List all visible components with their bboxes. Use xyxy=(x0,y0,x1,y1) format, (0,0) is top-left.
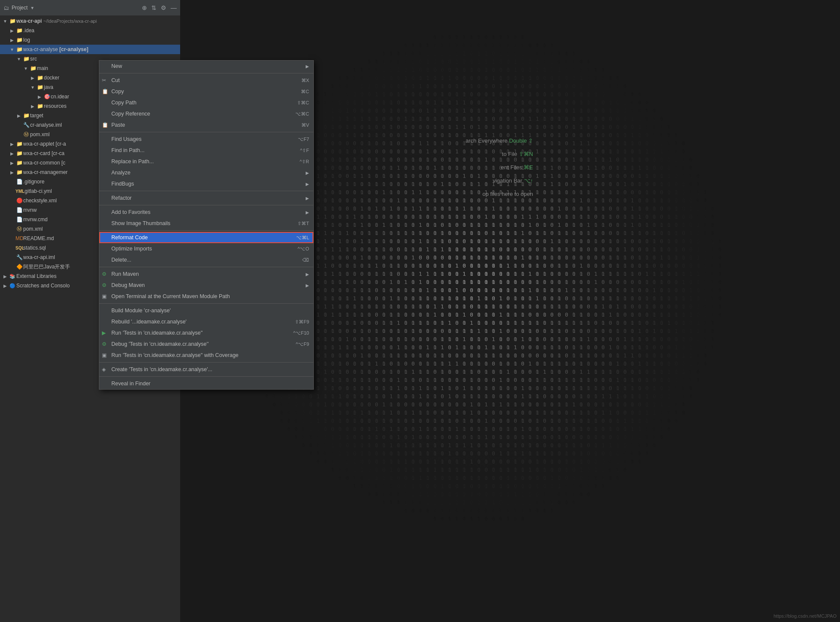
reformat-shortcut: ⌥⌘L xyxy=(288,235,309,241)
menu-item-copy-ref[interactable]: Copy Reference ⌥⌘C xyxy=(99,108,313,119)
tree-item-log[interactable]: ▶ 📁 log xyxy=(0,35,180,45)
locate-icon[interactable]: ⊕ xyxy=(142,4,147,11)
menu-item-create-tests[interactable]: ◈ Create 'Tests in 'cn.ideamake.cr.analy… xyxy=(99,364,313,375)
menu-item-refactor-label: Refactor xyxy=(111,195,306,201)
menu-item-build-module[interactable]: Build Module 'cr-analyse' xyxy=(99,305,313,316)
menu-item-cut[interactable]: ✂ Cut ⌘X xyxy=(99,75,313,86)
hint-file-label: to File xyxy=(502,151,519,157)
expand-arrow: ▼ xyxy=(2,19,9,24)
menu-item-optimize-imports[interactable]: Optimize Imports ^⌥O xyxy=(99,243,313,254)
run-maven-icon: ⚙ xyxy=(102,271,107,277)
folder-icon: 📁 xyxy=(36,84,44,90)
folder-icon: 📁 xyxy=(15,46,23,52)
menu-separator-8 xyxy=(99,362,313,363)
settings-icon[interactable]: ⚙ xyxy=(161,4,166,11)
menu-item-new[interactable]: New ▶ xyxy=(99,61,313,72)
menu-item-debug-tests[interactable]: ⚙ Debug 'Tests in 'cn.ideamake.cr.analys… xyxy=(99,338,313,350)
folder-icon: 🗂 xyxy=(3,5,9,11)
menu-item-replace-path[interactable]: Replace in Path... ^⇧R xyxy=(99,156,313,167)
tree-item-wxa-cr-api[interactable]: ▼ 📁 wxa-cr-api ~/IdeaProjects/wxa-cr-api xyxy=(0,16,180,26)
menu-item-reveal-finder-label: Reveal in Finder xyxy=(111,381,309,387)
find-path-shortcut: ^⇧F xyxy=(291,148,309,153)
menu-item-run-tests[interactable]: ▶ Run 'Tests in 'cn.ideamake.cr.analyse'… xyxy=(99,327,313,338)
cut-icon: ✂ xyxy=(102,77,106,83)
menu-item-debug-maven[interactable]: ⚙ Debug Maven ▶ xyxy=(99,280,313,291)
favorites-submenu-arrow: ▶ xyxy=(306,210,309,215)
folder-icon: 📁 xyxy=(36,103,44,109)
menu-item-paste-label: Paste xyxy=(111,122,293,128)
menu-item-refactor[interactable]: Refactor ▶ xyxy=(99,192,313,204)
expand-arrow: ▼ xyxy=(15,57,22,61)
menu-item-paste[interactable]: 📋 Paste ⌘V xyxy=(99,119,313,131)
refactor-submenu-arrow: ▶ xyxy=(306,196,309,201)
optimize-shortcut: ^⌥O xyxy=(289,246,309,252)
hint-drop-files: op files here to open xyxy=(327,191,542,197)
expand-arrow: ▶ xyxy=(9,28,15,33)
maven-icon: Ⓜ xyxy=(22,131,30,138)
cut-shortcut: ⌘X xyxy=(293,78,309,83)
menu-item-new-label: New xyxy=(111,63,306,69)
hints-panel: arch Everywhere Double ⇧ to File ⇧⌘N ent… xyxy=(327,0,542,204)
sql-icon: SQL xyxy=(15,246,23,250)
checkstyle-icon: 🔴 xyxy=(15,198,23,204)
menu-item-findbugs[interactable]: FindBugs ▶ xyxy=(99,178,313,189)
expand-arrow: ▶ xyxy=(2,274,9,279)
hint-search-label: arch Everywhere xyxy=(466,137,509,144)
menu-item-copy[interactable]: 📋 Copy ⌘C xyxy=(99,86,313,97)
folder-icon: 📁 xyxy=(15,37,23,43)
menu-item-run-tests-coverage-label: Run 'Tests in 'cn.ideamake.cr.analyse'' … xyxy=(111,352,309,358)
doc-icon: 🔶 xyxy=(15,264,23,270)
menu-item-open-terminal-label: Open Terminal at the Current Maven Modul… xyxy=(111,293,309,299)
menu-item-delete[interactable]: Delete... ⌫ xyxy=(99,254,313,265)
menu-item-show-images[interactable]: Show Image Thumbnails ⇧⌘T xyxy=(99,218,313,229)
submenu-arrow-icon: ▶ xyxy=(306,64,309,69)
folder-icon: 📁 xyxy=(15,160,23,166)
panel-title: Project xyxy=(12,5,28,11)
yml-icon: YML xyxy=(15,189,23,194)
menu-item-favorites[interactable]: Add to Favorites ▶ xyxy=(99,207,313,218)
expand-arrow: ▶ xyxy=(2,284,9,288)
run-maven-submenu-arrow: ▶ xyxy=(306,272,309,277)
run-tests-icon: ▶ xyxy=(102,330,106,336)
expand-arrow: ▶ xyxy=(9,170,15,175)
tree-item-idea[interactable]: ▶ 📁 .idea xyxy=(0,26,180,35)
menu-item-rebuild[interactable]: Rebuild '...ideamake.cr.analyse' ⇧⌘F9 xyxy=(99,316,313,327)
menu-item-findbugs-label: FindBugs xyxy=(111,181,306,187)
collapse-icon[interactable]: ⇅ xyxy=(151,4,156,11)
menu-item-open-terminal[interactable]: ▣ Open Terminal at the Current Maven Mod… xyxy=(99,291,313,302)
dropdown-arrow-icon[interactable]: ▼ xyxy=(30,6,34,10)
coverage-icon: ▣ xyxy=(102,352,107,358)
menu-item-replace-path-label: Replace in Path... xyxy=(111,159,291,165)
git-icon: 📄 xyxy=(15,179,23,185)
copy-ref-shortcut: ⌥⌘C xyxy=(287,111,309,117)
menu-item-analyze[interactable]: Analyze ▶ xyxy=(99,167,313,178)
tree-item-wxa-cr-analyse[interactable]: ▼ 📁 wxa-cr-analyse [cr-analyse] xyxy=(0,45,180,54)
folder-icon: 📁 xyxy=(22,113,30,119)
menu-separator-9 xyxy=(99,376,313,377)
menu-item-copy-path[interactable]: Copy Path ⇧⌘C xyxy=(99,97,313,108)
rebuild-shortcut: ⇧⌘F9 xyxy=(286,319,309,325)
menu-item-find-path[interactable]: Find in Path... ^⇧F xyxy=(99,145,313,156)
menu-item-reformat-code[interactable]: Reformat Code ⌥⌘L xyxy=(99,232,313,243)
menu-item-reveal-finder[interactable]: Reveal in Finder xyxy=(99,378,313,389)
find-usages-shortcut: ⌥F7 xyxy=(289,137,309,142)
menu-item-run-tests-coverage[interactable]: ▣ Run 'Tests in 'cn.ideamake.cr.analyse'… xyxy=(99,350,313,361)
expand-arrow: ▶ xyxy=(9,151,15,156)
iml-icon-2: 🔧 xyxy=(15,254,23,260)
tree-label: .idea xyxy=(23,27,177,34)
hint-nav-shortcut: ⌥↑ xyxy=(524,177,533,184)
menu-item-build-module-label: Build Module 'cr-analyse' xyxy=(111,308,309,314)
menu-separator-3 xyxy=(99,191,313,191)
hint-recent-label: ent Files xyxy=(501,164,524,171)
debug-maven-icon: ⚙ xyxy=(102,282,107,288)
hint-nav-label: vigation Bar xyxy=(493,177,524,184)
menu-item-debug-maven-label: Debug Maven xyxy=(111,282,306,288)
hint-go-to-file: to File ⇧⌘N xyxy=(327,151,542,157)
scratches-icon: 🔵 xyxy=(9,283,16,289)
hint-navigation-bar: vigation Bar ⌥↑ xyxy=(327,177,542,184)
minimize-icon[interactable]: — xyxy=(171,4,177,11)
hint-recent-files: ent Files ⌘E xyxy=(327,164,542,171)
folder-icon: 📁 xyxy=(9,18,16,24)
menu-item-find-usages[interactable]: Find Usages ⌥F7 xyxy=(99,134,313,145)
menu-item-run-maven[interactable]: ⚙ Run Maven ▶ xyxy=(99,268,313,280)
